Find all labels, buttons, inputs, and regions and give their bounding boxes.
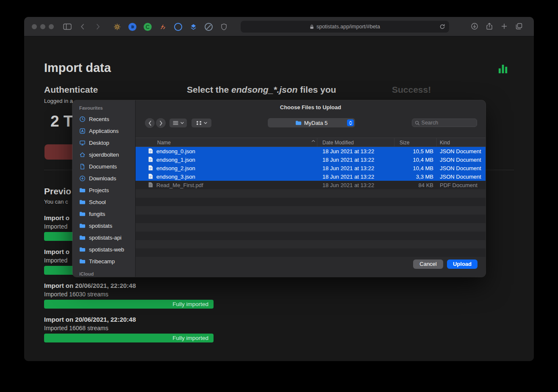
layers-extension-icon[interactable] (189, 23, 197, 31)
search-input[interactable] (422, 120, 474, 126)
forward-icon[interactable] (96, 22, 100, 31)
blue-circle-extension-icon[interactable] (128, 23, 136, 31)
share-icon[interactable] (486, 22, 493, 30)
browser-toolbar: spotistats.app/import/#beta (24, 17, 534, 36)
stats-chart-icon (498, 63, 508, 74)
json-file-icon (148, 165, 153, 171)
orange-glyph-extension-icon[interactable] (159, 23, 167, 31)
sidebar-item-projects[interactable]: Projects (72, 184, 135, 196)
folder-icon (79, 199, 86, 205)
dialog-search-field[interactable] (412, 119, 477, 127)
sidebar-item-tribecamp[interactable]: Tribecamp (72, 255, 135, 267)
icloud-section-label: iCloud (79, 271, 135, 277)
cancel-button[interactable]: Cancel (413, 259, 443, 269)
file-size: 10,4 MB (386, 157, 433, 163)
logged-in-text: Logged in a (44, 98, 73, 104)
file-row[interactable]: endsong_1.json 18 Jun 2021 at 13:22 10,4… (136, 155, 486, 164)
stat-text: 2 T (50, 113, 73, 130)
ring-extension-icon[interactable] (174, 23, 182, 31)
minimize-window-button[interactable] (40, 24, 45, 29)
column-date-modified[interactable]: Date Modified (322, 140, 354, 146)
folder-icon (79, 235, 86, 241)
clock-icon (79, 116, 86, 122)
sidebar-toggle-icon[interactable] (63, 22, 72, 31)
close-window-button[interactable] (32, 24, 37, 29)
choose-files-dialog: Favourites Recents Applications Desktop … (72, 100, 486, 277)
file-date: 18 Jun 2021 at 13:22 (322, 174, 374, 180)
sidebar-item-downloads[interactable]: Downloads (72, 172, 135, 184)
sidebar-item-desktop[interactable]: Desktop (72, 137, 135, 149)
file-size: 84 KB (386, 182, 433, 188)
sidebar-item-label: fungits (89, 211, 105, 217)
empty-row (136, 232, 486, 240)
empty-row (136, 215, 486, 223)
applications-icon (79, 128, 86, 134)
column-name[interactable]: Name (157, 140, 171, 146)
sidebar-item-recents[interactable]: Recents (72, 113, 135, 125)
column-kind[interactable]: Kind (440, 140, 450, 146)
location-popup[interactable]: MyData 5 (268, 118, 355, 127)
dialog-forward-button[interactable] (156, 118, 166, 128)
step-select-heading: Select the endsong_*.json files you (187, 85, 336, 95)
sidebar-item-label: School (89, 199, 106, 205)
shield-extension-icon[interactable] (220, 23, 228, 31)
reload-icon[interactable] (439, 24, 445, 30)
json-file-icon (148, 174, 153, 179)
back-icon[interactable] (81, 22, 84, 31)
column-divider (436, 138, 437, 146)
file-size: 10,5 MB (386, 148, 433, 155)
zoom-window-button[interactable] (49, 24, 54, 29)
sidebar-item-school[interactable]: School (72, 196, 135, 208)
file-size: 10,4 MB (386, 165, 433, 171)
sidebar-item-label: Desktop (89, 140, 109, 146)
sidebar-item-label: Documents (89, 163, 117, 170)
green-circle-extension-icon[interactable] (144, 23, 152, 31)
sidebar-item-documents[interactable]: Documents (72, 160, 135, 172)
upload-button[interactable]: Upload (447, 259, 477, 269)
gear-extension-icon[interactable] (113, 23, 121, 31)
progress-badge: Fully imported (172, 301, 208, 307)
file-kind: PDF Document (440, 182, 477, 188)
empty-row (136, 240, 486, 248)
file-row[interactable]: endsong_0.json 18 Jun 2021 at 13:22 10,5… (136, 147, 486, 155)
grid-view-button[interactable] (192, 119, 211, 127)
column-divider (394, 138, 394, 146)
sidebar-item-label: Projects (89, 187, 109, 193)
sidebar-item-spotistats-api[interactable]: spotistats-api (72, 232, 135, 243)
file-kind: JSON Document (440, 157, 481, 163)
import-entry: Import on 20/06/2021, 22:20:48 Imported … (44, 282, 214, 309)
dialog-sidebar: Favourites Recents Applications Desktop … (72, 100, 136, 277)
blocker-extension-icon[interactable] (205, 23, 213, 31)
sidebar-item-fungits[interactable]: fungits (72, 208, 135, 220)
sidebar-item-spotistats[interactable]: spotistats (72, 220, 135, 232)
downloads-icon[interactable] (471, 22, 478, 30)
sidebar-item-home[interactable]: sjoerdbolten (72, 149, 135, 160)
extension-icons (113, 22, 228, 31)
file-row[interactable]: endsong_3.json 18 Jun 2021 at 13:22 3,3 … (136, 172, 486, 181)
sidebar-item-spotistats-web[interactable]: spotistats-web (72, 243, 135, 255)
sidebar-item-label: spotistats-api (89, 235, 122, 241)
tabs-overview-icon[interactable] (515, 22, 523, 30)
column-size[interactable]: Size (400, 140, 409, 146)
empty-row (136, 223, 486, 232)
dialog-back-button[interactable] (145, 118, 155, 128)
new-tab-icon[interactable] (500, 22, 508, 30)
column-divider (317, 138, 317, 146)
favourites-section-label: Favourites (79, 105, 135, 111)
list-view-button[interactable] (169, 119, 187, 127)
address-bar[interactable]: spotistats.app/import/#beta (241, 21, 449, 33)
file-row[interactable]: endsong_2.json 18 Jun 2021 at 13:22 10,4… (136, 164, 486, 172)
list-view-icon (173, 121, 178, 125)
file-list[interactable]: endsong_0.json 18 Jun 2021 at 13:22 10,5… (136, 147, 486, 257)
download-circle-icon (79, 175, 86, 182)
sidebar-item-applications[interactable]: Applications (72, 125, 135, 137)
file-row[interactable]: Read_Me_First.pdf 18 Jun 2021 at 13:22 8… (136, 181, 486, 189)
desktop-icon (79, 140, 86, 146)
file-name: Read_Me_First.pdf (156, 182, 203, 188)
sidebar-item-label: Applications (89, 128, 119, 134)
folder-icon (79, 223, 86, 229)
dialog-title: Choose Files to Upload (136, 104, 486, 110)
sort-ascending-icon (311, 140, 315, 142)
file-date: 18 Jun 2021 at 13:22 (322, 148, 374, 155)
lock-icon (310, 24, 314, 30)
